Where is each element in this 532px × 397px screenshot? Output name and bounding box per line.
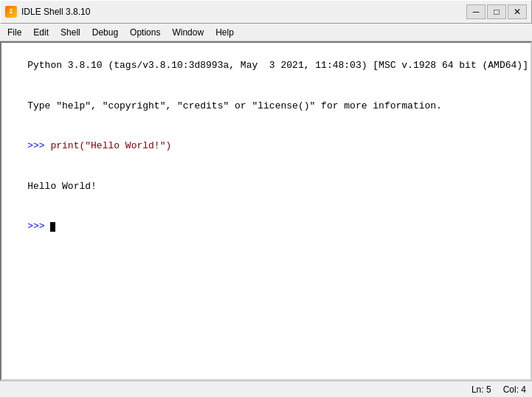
menu-edit[interactable]: Edit [29, 26, 53, 39]
menu-window[interactable]: Window [167, 26, 208, 39]
prompt-3: >>> [27, 221, 50, 232]
title-bar: I IDLE Shell 3.8.10 ─ □ ✕ [0, 0, 532, 24]
output-1: Hello World! [27, 181, 97, 192]
close-button[interactable]: ✕ [508, 4, 527, 19]
command-1: print("Hello World!") [50, 140, 171, 151]
minimize-button[interactable]: ─ [466, 4, 486, 19]
menu-file[interactable]: File [3, 26, 26, 39]
shell-content[interactable]: Python 3.8.10 (tags/v3.8.10:3d8993a, May… [0, 41, 532, 381]
status-line: Ln: 5 [471, 384, 491, 395]
title-bar-text: IDLE Shell 3.8.10 [21, 7, 462, 17]
prompt-1: >>> [27, 140, 50, 151]
menu-bar: File Edit Shell Debug Options Window Hel… [0, 24, 532, 41]
menu-options[interactable]: Options [125, 26, 165, 39]
menu-help[interactable]: Help [211, 26, 238, 39]
python-version-line: Python 3.8.10 (tags/v3.8.10:3d8993a, May… [27, 60, 532, 71]
menu-debug[interactable]: Debug [88, 26, 122, 39]
app-icon: I [5, 6, 17, 18]
title-bar-controls: ─ □ ✕ [466, 4, 527, 19]
python-info-line: Type "help", "copyright", "credits" or "… [27, 100, 442, 111]
menu-shell[interactable]: Shell [56, 26, 85, 39]
maximize-button[interactable]: □ [487, 4, 506, 19]
shell-output: Python 3.8.10 (tags/v3.8.10:3d8993a, May… [4, 46, 528, 247]
status-col: Col: 4 [503, 384, 526, 395]
status-bar: Ln: 5 Col: 4 [0, 381, 532, 397]
cursor [50, 222, 55, 232]
